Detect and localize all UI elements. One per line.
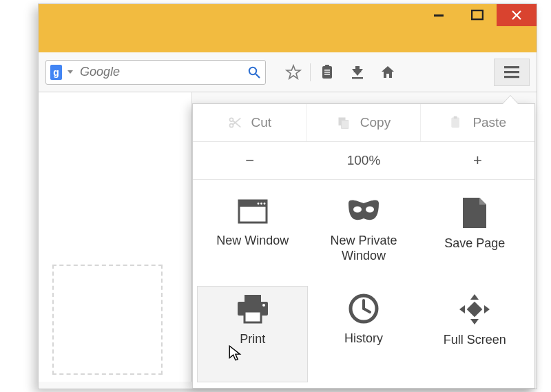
svg-point-13 xyxy=(229,118,233,121)
svg-rect-10 xyxy=(504,66,519,68)
copy-icon xyxy=(337,116,351,130)
page-icon xyxy=(460,196,489,229)
clock-icon xyxy=(348,293,380,324)
new-window-label: New Window xyxy=(216,234,289,249)
print-button[interactable]: Print xyxy=(197,286,308,382)
window-controls xyxy=(419,4,537,26)
page-body xyxy=(39,92,192,382)
printer-icon xyxy=(235,293,271,325)
mask-icon xyxy=(346,196,382,227)
svg-rect-18 xyxy=(341,121,348,129)
svg-rect-7 xyxy=(324,74,330,75)
svg-rect-35 xyxy=(467,302,483,318)
svg-rect-19 xyxy=(452,118,460,128)
minimize-icon xyxy=(433,10,444,21)
svg-rect-1 xyxy=(472,10,483,19)
edit-row: Cut Copy Paste xyxy=(193,104,534,142)
titlebar xyxy=(39,4,537,52)
zoom-in-button[interactable]: + xyxy=(421,142,534,179)
copy-label: Copy xyxy=(360,115,391,130)
svg-point-24 xyxy=(260,203,262,205)
svg-rect-8 xyxy=(325,65,329,68)
copy-button[interactable]: Copy xyxy=(307,104,422,141)
home-button[interactable] xyxy=(373,59,403,86)
svg-point-25 xyxy=(263,203,265,205)
svg-rect-12 xyxy=(504,76,519,78)
downloads-button[interactable] xyxy=(342,59,373,86)
close-button[interactable] xyxy=(497,4,537,26)
search-input[interactable] xyxy=(79,64,242,80)
paste-icon xyxy=(449,116,463,130)
new-window-button[interactable]: New Window xyxy=(197,189,308,286)
cut-button[interactable]: Cut xyxy=(193,104,307,141)
svg-rect-20 xyxy=(454,116,457,118)
placeholder-box xyxy=(52,265,163,375)
svg-point-2 xyxy=(249,67,256,74)
provider-chevron-down-icon[interactable] xyxy=(67,70,73,74)
clipboard-icon xyxy=(320,65,335,80)
svg-rect-0 xyxy=(434,14,444,17)
history-label: History xyxy=(344,331,383,347)
svg-rect-9 xyxy=(352,77,363,79)
scissors-icon xyxy=(228,116,242,130)
zoom-out-button[interactable]: − xyxy=(193,142,306,179)
svg-point-26 xyxy=(353,207,362,213)
search-icon[interactable] xyxy=(247,65,261,79)
paste-button[interactable]: Paste xyxy=(421,104,534,141)
svg-point-31 xyxy=(262,304,265,307)
new-private-window-button[interactable]: New Private Window xyxy=(308,189,419,286)
maximize-icon xyxy=(471,10,484,21)
fullscreen-icon xyxy=(458,293,491,326)
home-icon xyxy=(380,64,396,81)
menu-button[interactable] xyxy=(494,59,530,86)
paste-label: Paste xyxy=(472,115,506,130)
svg-point-27 xyxy=(366,207,374,213)
svg-rect-5 xyxy=(324,70,330,71)
minimize-button[interactable] xyxy=(419,4,458,26)
svg-rect-28 xyxy=(245,295,261,302)
star-icon xyxy=(285,64,302,81)
google-provider-badge: g xyxy=(50,65,62,80)
save-page-label: Save Page xyxy=(444,236,505,251)
maximize-button[interactable] xyxy=(458,4,497,26)
search-box[interactable]: g xyxy=(45,60,266,85)
cursor-pointer-icon xyxy=(227,344,245,362)
cut-label: Cut xyxy=(251,115,272,130)
hamburger-icon xyxy=(503,65,520,79)
browser-window: g xyxy=(38,3,537,389)
toolbar: g xyxy=(39,52,537,92)
toolbar-icons xyxy=(278,59,403,86)
svg-rect-6 xyxy=(324,72,330,73)
svg-point-14 xyxy=(229,124,233,127)
clipboard-button[interactable] xyxy=(312,59,342,86)
svg-point-23 xyxy=(257,203,259,205)
save-page-button[interactable]: Save Page xyxy=(419,189,530,286)
svg-rect-11 xyxy=(504,71,519,73)
history-button[interactable]: History xyxy=(308,286,419,382)
download-icon xyxy=(350,65,365,80)
zoom-row: − 100% + xyxy=(193,142,534,180)
bookmark-star-button[interactable] xyxy=(278,59,309,86)
new-private-window-label: New Private Window xyxy=(330,234,397,263)
full-screen-button[interactable]: Full Screen xyxy=(419,286,530,382)
new-window-icon xyxy=(236,196,269,227)
divider xyxy=(310,63,311,81)
zoom-value: 100% xyxy=(306,142,420,179)
full-screen-label: Full Screen xyxy=(444,333,506,348)
svg-rect-30 xyxy=(245,311,261,322)
svg-line-34 xyxy=(364,309,370,312)
svg-line-3 xyxy=(256,74,260,78)
svg-rect-22 xyxy=(239,200,267,207)
close-icon xyxy=(511,10,522,21)
